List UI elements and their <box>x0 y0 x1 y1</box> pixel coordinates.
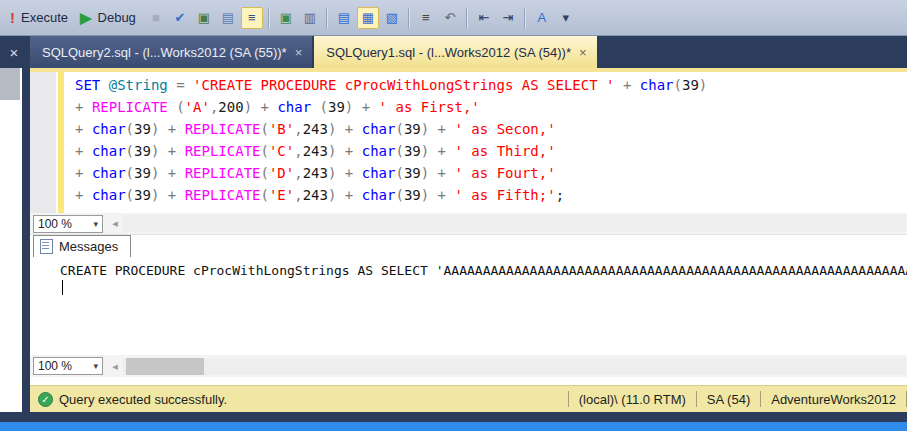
client-statistics-icon[interactable]: ▥ <box>299 7 321 29</box>
taskbar-edge <box>0 422 907 431</box>
query-toolbar: ! Execute ▶ Debug ■✔▣▤≡▣▥▤▦▧≡↶⇤⇥A▾ <box>0 0 907 36</box>
editor-zoom-dropdown[interactable]: 100 % ▾ <box>33 215 103 233</box>
results-tab-row: Messages <box>30 235 907 258</box>
chevron-down-icon: ▾ <box>93 361 98 371</box>
decrease-indent-icon[interactable]: ⇤ <box>473 7 495 29</box>
status-item: (local)\ (11.0 RTM) <box>569 392 696 407</box>
messages-hscroll-track[interactable] <box>123 358 906 375</box>
messages-icon <box>40 239 53 254</box>
toolbar-separator <box>268 8 270 28</box>
editor-hscroll-track[interactable] <box>123 215 906 232</box>
execute-icon: ! <box>10 9 15 26</box>
uncomment-lines-icon[interactable]: ↶ <box>439 7 461 29</box>
code-line: + char(39) + REPLICATE('C',243) + char(3… <box>30 140 907 162</box>
results-pane-toggle-icon[interactable]: ≡ <box>241 7 263 29</box>
messages-zoom-dropdown[interactable]: 100 % ▾ <box>33 357 103 375</box>
status-message: Query executed successfully. <box>59 392 227 407</box>
results-to-grid-icon[interactable]: ▦ <box>357 7 379 29</box>
messages-zoom-row: 100 % ▾ ◂ <box>30 355 907 377</box>
tab-label: SQLQuery2.sql - (l...Works2012 (SA (55))… <box>42 45 287 60</box>
query-status-bar: ✓ Query executed successfully. (local)\ … <box>30 385 907 412</box>
debug-label: Debug <box>98 10 136 25</box>
window-frame-bottom <box>0 412 907 422</box>
toolbar-separator <box>408 8 410 28</box>
close-icon[interactable]: × <box>579 45 587 60</box>
toolbar-icon-group: ■✔▣▤≡▣▥▤▦▧≡↶⇤⇥A▾ <box>144 7 578 29</box>
results-to-text-icon[interactable]: ▤ <box>333 7 355 29</box>
document-tabs: SQLQuery2.sql - (l...Works2012 (SA (55))… <box>30 36 599 68</box>
toolbar-separator <box>524 8 526 28</box>
editor-hscroll-left-button[interactable]: ◂ <box>107 215 123 233</box>
execute-button[interactable]: ! Execute <box>6 7 76 28</box>
code-line: + char(39) + REPLICATE('B',243) + char(3… <box>30 118 907 140</box>
debug-icon: ▶ <box>80 9 92 27</box>
toolbar-separator <box>326 8 328 28</box>
messages-zoom-value: 100 % <box>38 359 72 373</box>
sqlcmd-mode-icon[interactable]: ▣ <box>193 7 215 29</box>
editor-zoom-row: 100 % ▾ ◂ <box>30 213 907 235</box>
document-tab-bar: × SQLQuery2.sql - (l...Works2012 (SA (55… <box>0 36 907 68</box>
document-tab-1[interactable]: SQLQuery2.sql - (l...Works2012 (SA (55))… <box>30 36 312 68</box>
increase-indent-icon[interactable]: ⇥ <box>497 7 519 29</box>
sql-code-editor[interactable]: SET @String = 'CREATE PROCEDURE cProcWit… <box>30 72 907 213</box>
template-parameters-icon[interactable]: ▣ <box>275 7 297 29</box>
code-line: SET @String = 'CREATE PROCEDURE cProcWit… <box>30 74 907 96</box>
execute-label: Execute <box>21 10 68 25</box>
editor-zoom-value: 100 % <box>38 217 72 231</box>
close-tab-group-button[interactable]: × <box>4 41 24 63</box>
navigate-rename-icon[interactable]: A <box>531 7 553 29</box>
messages-tab-label: Messages <box>59 239 118 254</box>
background-window-edge <box>0 68 22 412</box>
window-frame-divider <box>22 68 30 412</box>
status-item: SA (54) <box>697 392 760 407</box>
query-options-icon[interactable]: ▤ <box>217 7 239 29</box>
comment-lines-icon[interactable]: ≡ <box>415 7 437 29</box>
pane-gap <box>30 378 907 385</box>
messages-pane[interactable]: CREATE PROCEDURE cProcWithLongStrings AS… <box>30 258 907 355</box>
code-line: + char(39) + REPLICATE('D',243) + char(3… <box>30 162 907 184</box>
document-tab-2[interactable]: SQLQuery1.sql - (l...Works2012 (SA (54))… <box>314 36 596 68</box>
success-check-icon: ✓ <box>38 392 53 407</box>
status-item: AdventureWorks2012 <box>761 392 906 407</box>
debug-button[interactable]: ▶ Debug <box>76 7 144 29</box>
results-to-file-icon[interactable]: ▧ <box>381 7 403 29</box>
background-scrollbar-thumb <box>0 68 20 100</box>
message-output-line: CREATE PROCEDURE cProcWithLongStrings AS… <box>60 263 907 279</box>
code-lines: SET @String = 'CREATE PROCEDURE cProcWit… <box>30 74 907 206</box>
toolbar-separator <box>466 8 468 28</box>
toolbar-overflow-icon[interactable]: ▾ <box>555 7 577 29</box>
text-caret <box>62 280 63 295</box>
messages-hscroll-left-button[interactable]: ◂ <box>107 357 123 375</box>
tab-messages[interactable]: Messages <box>33 235 131 257</box>
parse-icon[interactable]: ✔ <box>169 7 191 29</box>
chevron-down-icon: ▾ <box>93 219 98 229</box>
status-connection-info: (local)\ (11.0 RTM)SA (54)AdventureWorks… <box>568 386 907 412</box>
code-line: + REPLICATE ('A',200) + char (39) + ' as… <box>30 96 907 118</box>
ssms-window: ! Execute ▶ Debug ■✔▣▤≡▣▥▤▦▧≡↶⇤⇥A▾ × SQL… <box>0 0 907 431</box>
close-icon[interactable]: × <box>295 45 303 60</box>
code-line: + char(39) + REPLICATE('E',243) + char(3… <box>30 184 907 206</box>
tab-label: SQLQuery1.sql - (l...Works2012 (SA (54))… <box>326 45 571 60</box>
messages-hscroll-thumb[interactable] <box>126 358 204 375</box>
stop-icon: ■ <box>145 7 167 29</box>
